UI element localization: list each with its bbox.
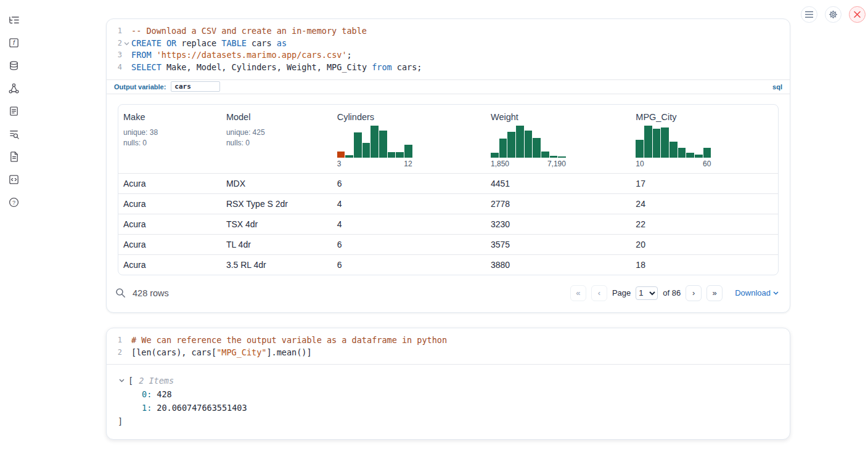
histogram-bar[interactable] <box>661 127 669 158</box>
table-footer: 428 rows « ‹ Page 1 of 86 › » Download <box>107 275 790 312</box>
histogram-min: 10 <box>636 160 644 168</box>
row-count: 428 rows <box>115 288 169 298</box>
histogram-bar[interactable] <box>695 155 703 158</box>
histogram-bar[interactable] <box>354 132 362 158</box>
table-cell: 3880 <box>486 255 631 275</box>
output-variable-input[interactable] <box>171 81 220 92</box>
page-select[interactable]: 1 <box>636 286 658 300</box>
line-number: 1 <box>112 334 122 347</box>
histogram-bar[interactable] <box>550 156 558 158</box>
table-row[interactable]: AcuraMDX6445117 <box>118 173 778 193</box>
first-page-button[interactable]: « <box>570 285 586 301</box>
histogram-bars <box>636 126 711 158</box>
table-row[interactable]: Acura3.5 RL 4dr6388018 <box>118 254 778 275</box>
code-line[interactable]: 2[len(cars), cars["MPG_City"].mean()] <box>112 347 784 359</box>
sql-editor[interactable]: 1-- Download a CSV and create an in-memo… <box>107 19 790 79</box>
code-token: FROM <box>131 50 152 60</box>
histogram-bar[interactable] <box>345 155 353 158</box>
column-stats: unique: 425nulls: 0 <box>226 127 327 148</box>
histogram-bar[interactable] <box>371 126 379 158</box>
histogram-bar[interactable] <box>644 126 652 158</box>
entry-value: 428 <box>157 387 171 401</box>
output-root-line: [2 Items <box>107 374 790 387</box>
search-icon[interactable] <box>115 288 126 298</box>
histogram-bar[interactable] <box>516 126 524 158</box>
datasources-icon[interactable] <box>8 60 20 71</box>
histogram-bar[interactable] <box>541 152 549 158</box>
code-line[interactable]: 1# We can reference the output variable … <box>112 334 784 347</box>
histogram-bar[interactable] <box>499 139 507 158</box>
histogram-bar[interactable] <box>388 152 396 158</box>
shutdown-button[interactable] <box>849 6 866 23</box>
code-line[interactable]: 2CREATE OR replace TABLE cars as <box>112 38 784 50</box>
file-tree-icon[interactable] <box>8 14 20 26</box>
table-row[interactable]: AcuraRSX Type S 2dr4277824 <box>118 193 778 214</box>
histogram-bar[interactable] <box>404 145 412 158</box>
settings-button[interactable] <box>825 6 841 23</box>
histogram-bar[interactable] <box>669 142 678 158</box>
histogram-bar[interactable] <box>337 152 345 158</box>
fold-chevron-icon[interactable] <box>122 38 131 50</box>
histogram-bar[interactable] <box>678 148 686 158</box>
histogram-bar[interactable] <box>653 129 661 158</box>
histogram-bar[interactable] <box>396 152 404 158</box>
snippets-icon[interactable] <box>8 174 20 185</box>
code-token: cars <box>247 38 277 48</box>
scratchpad-icon[interactable] <box>8 105 20 117</box>
line-number: 2 <box>112 347 122 359</box>
documentation-icon[interactable] <box>8 151 20 163</box>
help-icon[interactable]: ? <box>8 196 20 208</box>
histogram-bar[interactable] <box>533 138 541 158</box>
table-cell: 6 <box>332 174 486 193</box>
menu-button[interactable] <box>801 6 817 23</box>
histogram-bar[interactable] <box>703 148 711 158</box>
logs-icon[interactable] <box>8 128 20 140</box>
last-page-button[interactable]: » <box>706 285 723 301</box>
histogram-range: 1060 <box>636 160 711 168</box>
line-number: 4 <box>112 62 122 74</box>
code-line[interactable]: 1-- Download a CSV and create an in-memo… <box>112 25 784 38</box>
column-header-make[interactable]: Makeunique: 38nulls: 0 <box>118 105 221 173</box>
histogram-bar[interactable] <box>686 153 694 158</box>
code-text: FROM 'https://datasets.marimo.app/cars.c… <box>131 49 352 62</box>
column-name: Make <box>123 112 216 122</box>
table-row[interactable]: AcuraTL 4dr6357520 <box>118 234 778 254</box>
column-header-cylinders[interactable]: Cylinders312 <box>332 105 486 173</box>
histogram-bar[interactable] <box>491 153 499 158</box>
dependency-graph-icon[interactable] <box>8 83 20 94</box>
table-cell: 3.5 RL 4dr <box>221 255 332 275</box>
fold-spacer <box>122 25 131 38</box>
python-editor[interactable]: 1# We can reference the output variable … <box>107 328 790 364</box>
code-text: -- Download a CSV and create an in-memor… <box>131 25 367 38</box>
column-header-mpg_city[interactable]: MPG_City1060 <box>631 105 778 173</box>
page-total-label: of 86 <box>663 288 681 297</box>
table-cell: 24 <box>631 194 778 214</box>
functions-icon[interactable]: f <box>8 37 20 49</box>
code-token: # We can reference the output variable a… <box>131 335 447 345</box>
histogram-bar[interactable] <box>636 140 644 158</box>
table-cell: 2778 <box>486 194 631 214</box>
histogram-bar[interactable] <box>507 132 515 158</box>
column-header-model[interactable]: Modelunique: 425nulls: 0 <box>221 105 332 173</box>
column-header-weight[interactable]: Weight1,8507,190 <box>486 105 631 173</box>
output-entry: 0:428 <box>107 387 790 401</box>
fold-spacer <box>122 49 131 62</box>
fold-spacer <box>122 62 131 74</box>
collapse-chevron-icon[interactable] <box>119 379 126 382</box>
code-line[interactable]: 4SELECT Make, Model, Cylinders, Weight, … <box>112 62 784 74</box>
code-line[interactable]: 3FROM 'https://datasets.marimo.app/cars.… <box>112 49 784 62</box>
python-output: [2 Items0:4281:20.060747663551403] <box>107 364 790 439</box>
table-cell: Acura <box>118 174 221 193</box>
table-cell: 4 <box>332 214 486 234</box>
download-label: Download <box>735 288 771 297</box>
code-token: as <box>277 38 287 48</box>
column-name: Cylinders <box>337 112 481 122</box>
histogram-bar[interactable] <box>525 131 533 158</box>
histogram-bar[interactable] <box>379 131 387 158</box>
next-page-button[interactable]: › <box>686 285 702 301</box>
histogram-bar[interactable] <box>362 143 371 158</box>
histogram-bar[interactable] <box>558 156 566 158</box>
table-row[interactable]: AcuraTSX 4dr4323022 <box>118 214 778 234</box>
prev-page-button[interactable]: ‹ <box>591 285 607 301</box>
download-button[interactable]: Download <box>735 288 779 297</box>
